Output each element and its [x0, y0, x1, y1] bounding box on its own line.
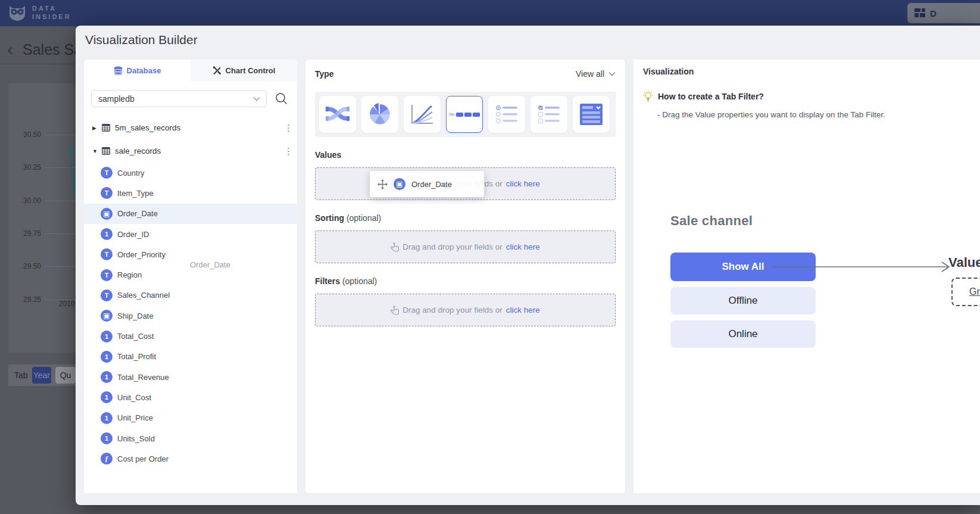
divider: [0, 64, 76, 64]
field-label: Sales_Channel: [117, 291, 170, 300]
chart-config-panel: Type View all: [305, 60, 625, 493]
visualization-section-title: Visualization: [643, 67, 980, 76]
field-item-cost-per-order[interactable]: ƒ Cost per Order: [84, 448, 297, 469]
expand-caret-icon[interactable]: ▶: [92, 125, 102, 131]
preview-button-online[interactable]: Online: [670, 320, 816, 348]
chart-type-checkbox-list[interactable]: [530, 96, 567, 133]
view-all-label: View all: [576, 69, 604, 79]
field-label: Region: [117, 270, 142, 279]
field-label: Unit_Cost: [117, 393, 151, 402]
field-item-item-type[interactable]: T Item_Type: [84, 183, 297, 203]
filters-dropzone[interactable]: Drag and drop your fields or click here: [315, 294, 616, 326]
dashboard-grid-icon: [915, 8, 925, 18]
preview-button-offline[interactable]: Offline: [670, 287, 816, 314]
values-dropzone[interactable]: Drag and drop your fields or click here …: [315, 167, 616, 200]
pie-chart-icon: [369, 103, 391, 126]
period-tab-bar: Tab Year Qu: [8, 365, 76, 386]
database-select-value: sampledb: [98, 94, 135, 104]
tab-database[interactable]: Database: [84, 60, 191, 82]
back-button[interactable]: ‹: [7, 41, 13, 58]
chart-type-pie[interactable]: [361, 96, 398, 133]
visualization-builder-dialog: Visualization Builder Database: [76, 26, 980, 505]
top-navigation-bar: DATA INSIDER D: [0, 0, 980, 26]
number-type-icon: 1: [101, 351, 113, 363]
field-label: Total_Profit: [117, 352, 156, 361]
database-icon: [114, 66, 123, 76]
period-tab-year[interactable]: Year: [32, 367, 51, 384]
chevron-down-icon: [608, 71, 616, 76]
click-here-link[interactable]: click here: [506, 179, 540, 188]
dashboard-button-label: D: [930, 8, 937, 18]
field-item-order-date[interactable]: ▣ Order_Date: [84, 204, 297, 224]
view-all-button[interactable]: View all: [576, 69, 616, 79]
date-type-icon: ▣: [101, 310, 113, 322]
y-axis-tick: 29.25: [5, 295, 41, 304]
drag-hand-icon: [391, 306, 399, 315]
checkbox-list-icon: [538, 104, 560, 124]
field-label: Unit_Price: [117, 413, 153, 422]
number-type-icon: 1: [101, 391, 113, 403]
sorting-dropzone[interactable]: Drag and drop your fields or click here: [315, 230, 616, 263]
tab-filter-icon: Tab: [449, 113, 480, 117]
database-select[interactable]: sampledb: [91, 90, 267, 107]
chart-type-sankey[interactable]: [319, 96, 356, 133]
table-menu-icon[interactable]: ⋮: [284, 123, 290, 132]
table-icon: [102, 124, 110, 132]
chevron-down-icon: [253, 96, 260, 101]
field-item-country[interactable]: T Country: [84, 163, 297, 183]
tree-table-sale-records[interactable]: ▼ sale_records ⋮: [84, 139, 297, 163]
field-label: Units_Sold: [117, 434, 155, 443]
type-section-title: Type: [315, 69, 334, 79]
chart-type-tab-filter[interactable]: Tab: [446, 96, 483, 133]
group-annotation-box[interactable]: Group: [951, 278, 980, 306]
period-tab-caption: Tab: [14, 370, 28, 380]
group-annotation-link[interactable]: Group: [969, 286, 980, 297]
field-label: Cost per Order: [117, 454, 168, 463]
dashboard-button[interactable]: D: [907, 3, 980, 23]
field-item-unit-price[interactable]: 1 Unit_Price: [84, 408, 297, 428]
lightbulb-icon: [643, 91, 653, 102]
field-label: Order_Date: [117, 209, 158, 218]
tree-table-5m-sales-records[interactable]: ▶ 5m_sales_records ⋮: [84, 116, 297, 139]
field-item-total-revenue[interactable]: 1 Total_Revenue: [84, 367, 297, 387]
function-type-icon: ƒ: [101, 453, 113, 465]
tab-database-label: Database: [127, 66, 161, 75]
number-type-icon: 1: [101, 228, 113, 240]
table-name: 5m_sales_records: [115, 123, 284, 132]
chart-type-radio-list[interactable]: [488, 96, 525, 133]
owl-logo-icon: [8, 4, 27, 21]
dragging-field-chip[interactable]: ▣ Order_Date: [370, 171, 484, 197]
field-label: Country: [117, 169, 145, 177]
preview-chart-title: Sale channel: [670, 213, 753, 229]
tab-chart-control[interactable]: Chart Control: [191, 60, 297, 82]
move-icon: [377, 179, 388, 189]
period-tab-quarter[interactable]: Qu: [55, 367, 76, 384]
field-label: Ship_Date: [117, 311, 154, 320]
background-chart-card: 30.50 30.25 30.00 29.75 29.50 29.25 2010: [8, 83, 76, 353]
chart-type-dropdown-table[interactable]: [573, 96, 610, 133]
sankey-chart-icon: [326, 104, 349, 124]
dropzone-hint: Drag and drop your fields or: [402, 306, 502, 314]
app-logo[interactable]: DATA INSIDER: [8, 4, 71, 21]
y-axis-tick: 30.00: [5, 197, 41, 205]
line-chart-segment: [67, 142, 76, 198]
database-explorer-panel: sampledb ▶: [84, 82, 297, 493]
field-item-total-profit[interactable]: 1 Total_Profit: [84, 347, 297, 367]
field-item-units-sold[interactable]: 1 Units_Sold: [84, 428, 297, 448]
datasource-row: sampledb: [91, 90, 288, 107]
chart-type-line[interactable]: [404, 96, 441, 133]
click-here-link[interactable]: click here: [506, 242, 540, 251]
field-item-total-cost[interactable]: 1 Total_Cost: [84, 326, 297, 346]
field-item-sales-channel[interactable]: T Sales_Channel: [84, 285, 297, 306]
table-menu-icon[interactable]: ⋮: [284, 147, 290, 155]
x-axis-tick: 2010: [59, 300, 75, 308]
field-item-ship-date[interactable]: ▣ Ship_Date: [84, 306, 297, 326]
field-item-unit-cost[interactable]: 1 Unit_Cost: [84, 387, 297, 407]
text-type-icon: T: [101, 269, 113, 281]
collapse-caret-icon[interactable]: ▼: [92, 148, 102, 154]
field-item-order-id[interactable]: 1 Order_ID: [84, 224, 297, 244]
chart-type-carousel[interactable]: Tab: [315, 92, 616, 137]
line-chart-icon: [410, 104, 434, 125]
search-icon[interactable]: [275, 92, 288, 105]
click-here-link[interactable]: click here: [506, 306, 540, 314]
